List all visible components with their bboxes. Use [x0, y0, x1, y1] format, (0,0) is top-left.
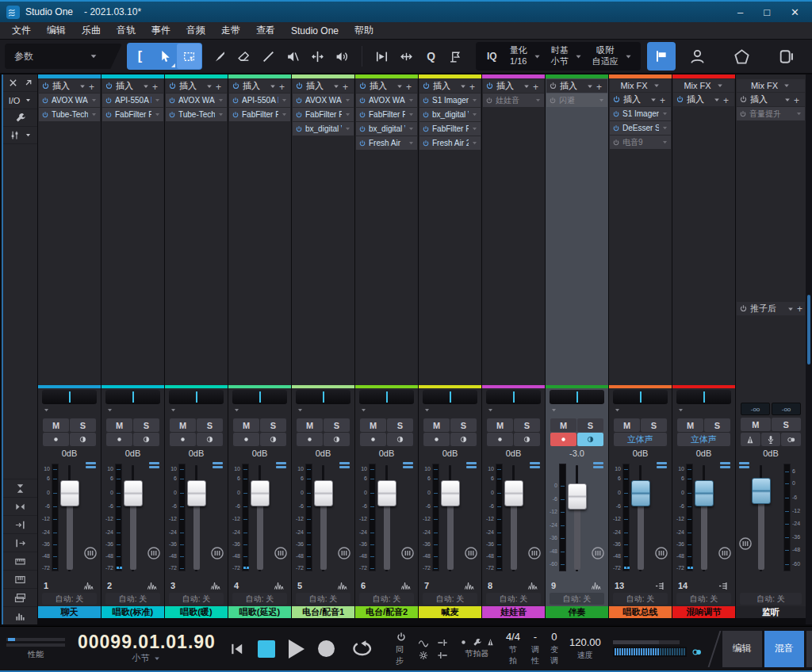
channel-options-icon[interactable]: [530, 462, 540, 470]
monitor-button[interactable]: [70, 433, 96, 446]
marquee-tool[interactable]: [177, 44, 201, 69]
mixer-scroll-strip[interactable]: [806, 74, 812, 624]
stereo-mode-button[interactable]: 立体声: [614, 433, 667, 446]
return-to-start-button[interactable]: [230, 642, 244, 656]
fit-tool[interactable]: [394, 44, 419, 69]
insert-slot[interactable]: AVOX WARM: [356, 94, 417, 107]
home-button[interactable]: [728, 44, 755, 68]
insert-slot[interactable]: AVOX WARM: [39, 94, 100, 107]
channel-options-icon[interactable]: [276, 462, 286, 470]
beat-display[interactable]: 4/4 节拍: [506, 631, 520, 666]
mute-button[interactable]: M: [677, 418, 703, 432]
mute-button[interactable]: M: [614, 418, 640, 432]
volume-value[interactable]: 0dB: [38, 446, 101, 460]
bend-tool[interactable]: [305, 44, 330, 69]
solo-button[interactable]: S: [387, 418, 413, 432]
meter-mode-button[interactable]: [147, 546, 161, 560]
channel-name[interactable]: 伴奏: [546, 606, 608, 618]
channel-options-icon[interactable]: [657, 462, 667, 470]
mute-button[interactable]: M: [487, 418, 513, 432]
inputs-button[interactable]: [3, 515, 37, 533]
quantize-tool[interactable]: Q: [419, 44, 443, 69]
mixer-close-button[interactable]: [3, 74, 37, 92]
meter-mode-button[interactable]: [210, 546, 224, 560]
inserts-header[interactable]: 插入+: [419, 79, 481, 93]
meter-mode-button[interactable]: [738, 536, 753, 551]
record-arm-button[interactable]: [423, 433, 450, 446]
monitor-button[interactable]: [450, 433, 477, 446]
time-display[interactable]: 00099.01.01.90 小节: [78, 633, 216, 664]
volume-value[interactable]: 0dB: [419, 446, 481, 460]
transport-settings[interactable]: [418, 637, 429, 661]
insert-slot[interactable]: 娃娃音: [483, 94, 544, 107]
pan-control[interactable]: [42, 390, 97, 404]
insert-slot[interactable]: API-550A M..: [102, 94, 163, 107]
insert-slot[interactable]: FabFilter Pro..: [419, 122, 481, 136]
pan-control[interactable]: [550, 390, 604, 404]
channel-strip-13[interactable]: Mix FX插入+S1 Imager St..DeEsser Ster..电音9…: [609, 74, 672, 618]
add-insert-icon[interactable]: +: [406, 82, 415, 90]
volume-fader[interactable]: [187, 480, 206, 506]
insert-empty-area[interactable]: [229, 122, 290, 384]
pan-value[interactable]: [102, 404, 164, 416]
pan-value[interactable]: [38, 404, 101, 416]
solo-button[interactable]: S: [641, 418, 667, 432]
solo-button[interactable]: S: [577, 418, 603, 432]
monitor-button[interactable]: [577, 433, 603, 446]
volume-value[interactable]: 0dB: [165, 446, 228, 460]
pan-control[interactable]: [169, 390, 224, 404]
automation-button[interactable]: 自动: 关: [676, 593, 731, 605]
pan-value[interactable]: [672, 404, 735, 416]
insert-slot[interactable]: AVOX WARM: [166, 94, 227, 107]
metronome-group[interactable]: 节拍器: [459, 638, 495, 659]
eraser-tool[interactable]: [232, 44, 256, 69]
automation-button[interactable]: 自动: 关: [232, 593, 287, 605]
add-insert-icon[interactable]: +: [279, 82, 288, 90]
monitor-button[interactable]: [514, 433, 540, 446]
mix-panel-button[interactable]: [772, 44, 799, 68]
channel-strip-9[interactable]: 插入+闪避MS-3.00-6-12-24-36-48-609自动: 关伴奏: [546, 74, 608, 618]
insert-empty-area[interactable]: 推子后+: [737, 121, 805, 395]
marker-flag-button[interactable]: [647, 42, 676, 71]
channel-options-icon[interactable]: [720, 462, 730, 470]
volume-value[interactable]: 0dB: [355, 446, 418, 460]
channel-strip-7[interactable]: 插入+S1 Imager St..bx_digital V3FabFilter …: [419, 74, 481, 618]
channel-name[interactable]: 监听: [736, 606, 806, 618]
mute-button[interactable]: M: [170, 418, 196, 432]
listen-tool[interactable]: [330, 44, 354, 69]
volume-fader[interactable]: [60, 480, 79, 506]
menu-item-0[interactable]: 文件: [5, 22, 38, 39]
automation-button[interactable]: 自动: 关: [486, 593, 541, 605]
insert-slot[interactable]: FabFilter Pro..: [102, 108, 163, 121]
channel-name[interactable]: 唱歌(暖): [165, 606, 228, 618]
channel-options-icon[interactable]: [739, 462, 749, 470]
volume-value[interactable]: 0dB: [736, 446, 806, 460]
inserts-header[interactable]: 插入+: [229, 79, 290, 93]
mute-button[interactable]: M: [106, 418, 132, 432]
automation-button[interactable]: 自动: 关: [42, 593, 97, 605]
add-insert-icon[interactable]: +: [794, 95, 802, 104]
talkback-button[interactable]: [761, 433, 781, 446]
tools-button[interactable]: [3, 109, 37, 127]
insert-slot[interactable]: FabFilter Pro..: [356, 108, 417, 121]
insert-slot[interactable]: S1 Imager St..: [610, 107, 671, 120]
monitor-button[interactable]: [324, 433, 350, 446]
solo-button[interactable]: S: [704, 418, 730, 432]
timebase-dropdown[interactable]: 时基小节: [546, 45, 588, 67]
monitor-button[interactable]: [260, 433, 286, 446]
stereo-mode-button[interactable]: 立体声: [677, 433, 730, 446]
insert-empty-area[interactable]: [546, 108, 607, 384]
channel-name[interactable]: 娃娃音: [482, 606, 545, 618]
insert-slot[interactable]: DeEsser Ster..: [610, 121, 671, 135]
meter-mode-button[interactable]: [718, 546, 732, 560]
mute-button[interactable]: M: [233, 418, 259, 432]
pan-value[interactable]: [355, 404, 418, 416]
maximize-button[interactable]: □: [764, 6, 770, 18]
menu-item-8[interactable]: Studio One: [284, 24, 346, 38]
channel-strip-6[interactable]: 插入+AVOX WARMFabFilter Pro..bx_digital V3…: [355, 74, 418, 618]
minimize-button[interactable]: –: [737, 6, 743, 18]
solo-button[interactable]: S: [772, 418, 802, 431]
transpose-display[interactable]: 0 变调: [550, 631, 558, 666]
insert-slot[interactable]: 音量提升: [737, 107, 805, 120]
mute-button[interactable]: M: [741, 418, 771, 431]
